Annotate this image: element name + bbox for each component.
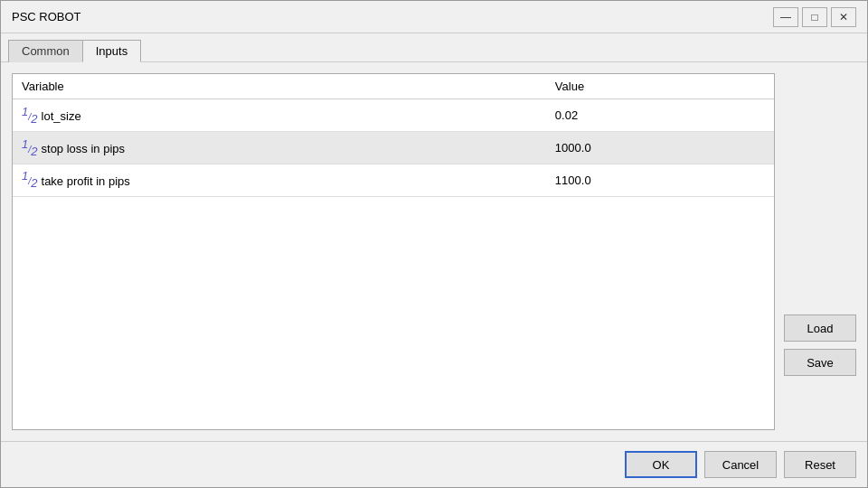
variable-cell: 1/2lot_size xyxy=(13,99,546,132)
cancel-button[interactable]: Cancel xyxy=(704,451,777,478)
reset-button[interactable]: Reset xyxy=(784,451,856,478)
variable-cell: 1/2stop loss in pips xyxy=(13,131,546,164)
variables-table: Variable Value 1/2lot_size0.021/2stop lo… xyxy=(13,74,774,197)
load-button[interactable]: Load xyxy=(784,314,856,342)
column-header-variable: Variable xyxy=(13,74,546,99)
table-row[interactable]: 1/2stop loss in pips1000.0 xyxy=(13,131,774,164)
value-cell: 1000.0 xyxy=(546,131,774,164)
save-button[interactable]: Save xyxy=(784,349,856,376)
column-header-value: Value xyxy=(546,74,774,99)
tab-bar: Common Inputs xyxy=(1,33,867,62)
value-cell: 0.02 xyxy=(546,99,774,132)
footer: OK Cancel Reset xyxy=(1,441,867,487)
table-row[interactable]: 1/2take profit in pips1100.0 xyxy=(13,164,774,196)
tab-common[interactable]: Common xyxy=(8,40,82,62)
content-area: Variable Value 1/2lot_size0.021/2stop lo… xyxy=(1,62,867,441)
minimize-button[interactable]: — xyxy=(773,7,798,27)
variable-icon: 1/2 xyxy=(22,144,38,155)
ok-button[interactable]: OK xyxy=(625,451,697,478)
variables-table-container: Variable Value 1/2lot_size0.021/2stop lo… xyxy=(12,73,775,430)
close-button[interactable]: ✕ xyxy=(831,7,856,27)
variable-icon: 1/2 xyxy=(22,111,38,122)
side-buttons: Load Save xyxy=(784,73,856,430)
table-row[interactable]: 1/2lot_size0.02 xyxy=(13,99,774,132)
window-title: PSC ROBOT xyxy=(12,10,81,23)
variable-icon: 1/2 xyxy=(22,175,38,186)
main-window: PSC ROBOT — □ ✕ Common Inputs Variable V… xyxy=(0,0,868,488)
tab-inputs[interactable]: Inputs xyxy=(82,40,141,62)
title-bar: PSC ROBOT — □ ✕ xyxy=(1,1,867,33)
variable-cell: 1/2take profit in pips xyxy=(13,164,546,196)
maximize-button[interactable]: □ xyxy=(802,7,827,27)
window-controls: — □ ✕ xyxy=(773,7,856,27)
value-cell: 1100.0 xyxy=(546,164,774,196)
